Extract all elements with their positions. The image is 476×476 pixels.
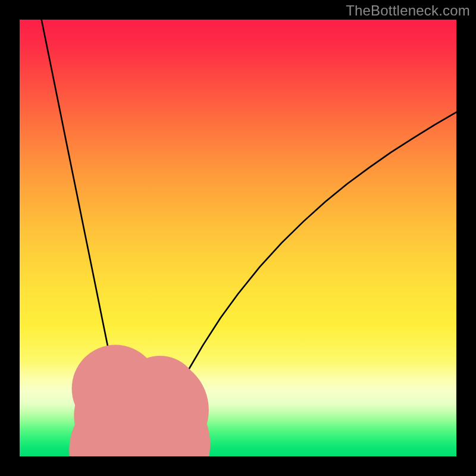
plot-area <box>20 20 456 456</box>
chart-frame: TheBottleneck.com <box>0 0 476 476</box>
watermark-text: TheBottleneck.com <box>346 2 470 19</box>
data-marker <box>121 355 199 434</box>
